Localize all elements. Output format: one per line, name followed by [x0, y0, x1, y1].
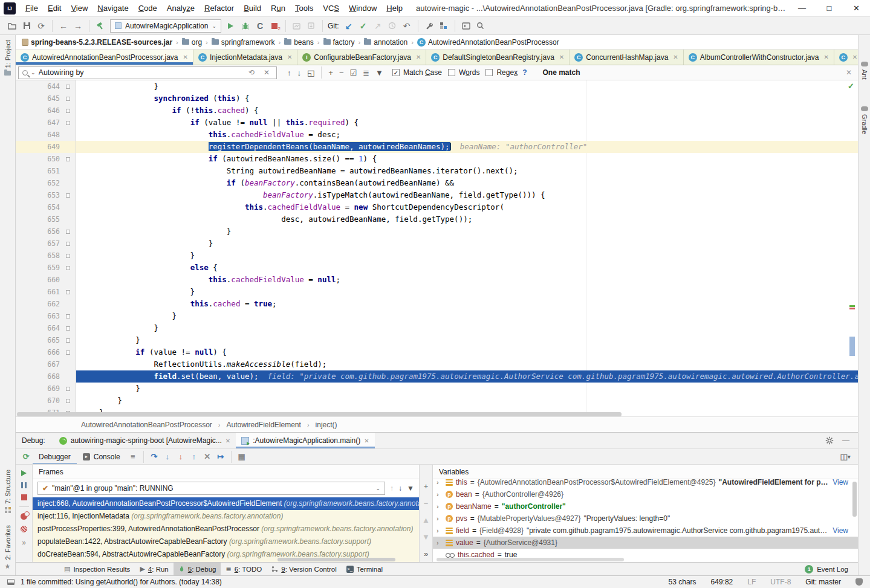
breadcrumb-item[interactable]: AutowiredFieldElement	[226, 421, 300, 429]
sidebar-item-gradle[interactable]: Gradle	[859, 106, 870, 134]
menu-item-window[interactable]: Window	[344, 0, 381, 17]
thread-select[interactable]: ✔ "main"@1 in group "main": RUNNING ⌄	[37, 482, 385, 495]
expand-chevron-icon[interactable]: ›	[437, 503, 443, 510]
frame-row[interactable]: postProcessProperties:399, AutowiredAnno…	[33, 523, 419, 535]
close-icon[interactable]: ✕	[183, 54, 187, 60]
minimize-icon[interactable]: —	[788, 0, 816, 16]
git-update-icon[interactable]: ↙	[342, 19, 356, 33]
menu-item-vcs[interactable]: VCS	[318, 0, 344, 17]
regex-option[interactable]: Regex	[485, 68, 518, 77]
fold-marker-icon[interactable]	[66, 230, 70, 234]
variable-row[interactable]: ›ppvs = {MutablePropertyValues@4927} "Pr…	[433, 512, 858, 525]
remove-occurrence-icon[interactable]: −	[336, 68, 347, 77]
close-icon[interactable]: ✕	[843, 0, 870, 16]
variable-row[interactable]: ›field = {Field@4928} "private com.githu…	[433, 525, 858, 537]
maximize-icon[interactable]: □	[816, 0, 843, 16]
event-log-button[interactable]: 1 Event Log	[805, 565, 858, 573]
tab-console[interactable]: ▸ Console	[77, 449, 126, 465]
close-icon[interactable]: ✕	[287, 54, 292, 60]
fold-marker-icon[interactable]	[66, 266, 70, 270]
sidebar-item-project[interactable]: 1: Project	[0, 40, 15, 76]
close-icon[interactable]: ✕	[226, 438, 230, 444]
status-message[interactable]: 1 file committed: Using getAuthorld() fo…	[21, 578, 222, 586]
fold-marker-icon[interactable]	[66, 338, 70, 343]
menu-item-run[interactable]: Run	[266, 0, 290, 17]
step-over-icon[interactable]: ↷	[148, 450, 161, 464]
menu-item-code[interactable]: Code	[134, 0, 162, 17]
fold-marker-icon[interactable]	[66, 193, 70, 198]
favorites-stripe-label[interactable]: 2: Favorites	[4, 525, 11, 560]
settings-wrench-icon[interactable]	[422, 19, 437, 33]
restore-layout-icon[interactable]: ◫▾	[839, 450, 852, 464]
menu-item-refactor[interactable]: Refactor	[200, 0, 239, 17]
file-encoding[interactable]: UTF-8	[770, 578, 791, 586]
frames-horizontal-scrollbar[interactable]	[278, 558, 395, 561]
highlighting-level-icon[interactable]	[855, 578, 863, 586]
view-link[interactable]: View	[833, 526, 858, 535]
back-icon[interactable]: ←	[56, 19, 71, 33]
scrollbar-thumb[interactable]	[849, 337, 855, 356]
variable-row[interactable]: ›pbeanName = "authorController"	[433, 500, 858, 512]
menu-item-navigate[interactable]: Navigate	[93, 0, 133, 17]
search-input[interactable]	[39, 68, 242, 77]
find-previous-icon[interactable]: ↑	[284, 68, 294, 77]
fold-marker-icon[interactable]	[66, 326, 70, 331]
breadcrumb-item[interactable]: spring-beans-5.2.3.RELEASE-sources.jar	[22, 38, 172, 47]
close-search-icon[interactable]: ✕	[846, 68, 852, 77]
breadcrumb-item[interactable]: beans	[284, 38, 314, 47]
save-all-icon[interactable]	[19, 19, 34, 33]
run-to-cursor-icon[interactable]: ↦	[214, 450, 227, 464]
hide-tool-window-icon[interactable]: —	[842, 436, 849, 445]
variable-row[interactable]: ›value = {AuthorService@4931}	[433, 537, 858, 549]
sync-icon[interactable]: ⟳	[34, 19, 48, 33]
search-history-icon[interactable]: ⟲	[245, 68, 258, 77]
words-checkbox[interactable]	[448, 69, 455, 76]
open-icon[interactable]	[5, 19, 19, 33]
attach-profiler-icon[interactable]	[304, 19, 319, 33]
clear-search-icon[interactable]: ✕	[261, 68, 273, 77]
frame-row[interactable]: inject:116, InjectionMetadata (org.sprin…	[33, 510, 419, 523]
expand-chevron-icon[interactable]: ›	[437, 515, 443, 522]
tab-AlbumControllerWithConstructor.java[interactable]: CAlbumControllerWithConstructor.java✕	[684, 50, 834, 65]
run-icon[interactable]	[224, 19, 238, 33]
fold-marker-icon[interactable]	[66, 121, 70, 125]
fold-marker-icon[interactable]	[66, 157, 70, 161]
menu-item-view[interactable]: View	[66, 0, 93, 17]
fold-marker-icon[interactable]	[66, 387, 70, 391]
scroll-mark[interactable]	[849, 308, 855, 309]
fold-marker-icon[interactable]	[66, 97, 70, 101]
close-icon[interactable]: ✕	[416, 54, 421, 60]
breadcrumb-item[interactable]: CAutowiredAnnotationBeanPostProcessor	[417, 38, 559, 47]
breadcrumb-item[interactable]: factory	[323, 38, 355, 47]
menu-item-build[interactable]: Build	[239, 0, 266, 17]
menu-item-help[interactable]: Help	[381, 0, 407, 17]
close-icon[interactable]: ✕	[852, 54, 857, 60]
search-everywhere-icon[interactable]	[473, 19, 488, 33]
breadcrumb-item[interactable]: AutowiredAnnotationBeanPostProcessor	[81, 421, 212, 429]
toolwindow-button-vcs[interactable]: 9: Version Control	[267, 563, 341, 576]
variable-row[interactable]: ›this = {AutowiredAnnotationBeanPostProc…	[433, 479, 858, 488]
regex-checkbox[interactable]	[485, 69, 493, 76]
variables-scrollbar[interactable]	[852, 482, 857, 517]
close-icon[interactable]: ✕	[823, 54, 828, 60]
move-watch-up-icon[interactable]: ▲	[422, 515, 430, 525]
stop-icon[interactable]	[21, 494, 27, 500]
add-watch-icon[interactable]: +	[424, 482, 429, 491]
breadcrumb-item[interactable]: annotation	[364, 38, 407, 47]
project-structure-icon[interactable]	[437, 19, 451, 33]
close-icon[interactable]: ✕	[559, 54, 564, 60]
toolwindow-button-todo[interactable]: ≣6: TODO	[221, 563, 267, 576]
horizontal-scrollbar[interactable]	[17, 412, 622, 416]
inspections-status-icon[interactable]: ✓	[848, 82, 854, 91]
regex-help-icon[interactable]: ?	[522, 68, 527, 77]
tab-InjectionMetadata.java[interactable]: CInjectionMetadata.java✕	[193, 50, 297, 65]
fold-marker-icon[interactable]	[66, 109, 70, 113]
layout-menu-icon[interactable]: ≡	[126, 450, 140, 464]
coverage-icon[interactable]: C	[253, 19, 267, 33]
words-option[interactable]: Words	[448, 68, 479, 77]
fold-marker-icon[interactable]	[66, 399, 70, 403]
code-editor[interactable]: 6446456466476486496506516526536546556566…	[16, 80, 858, 416]
stop-icon[interactable]: 2	[267, 19, 282, 33]
fold-marker-icon[interactable]	[66, 254, 70, 258]
step-into-icon[interactable]: ↓	[161, 450, 174, 464]
